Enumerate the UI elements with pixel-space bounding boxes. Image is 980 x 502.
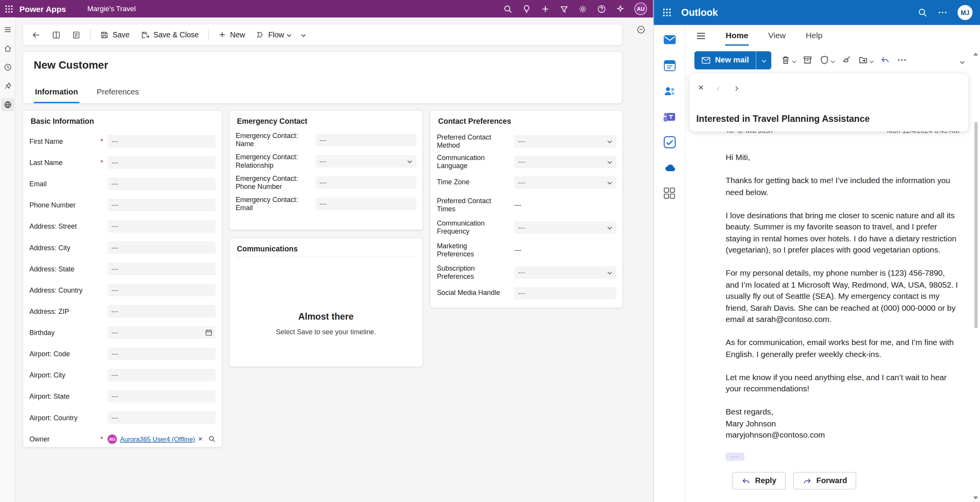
section-communications: Communications Almost there Select Save … xyxy=(229,238,423,367)
search-records-icon[interactable] xyxy=(208,435,215,442)
lookup-field[interactable]: AUAurora365 User4 (Offline)× xyxy=(108,433,216,445)
recent-clock-icon[interactable] xyxy=(1,61,14,74)
next-message-icon[interactable] xyxy=(734,83,737,92)
copilot-sparkle-icon[interactable] xyxy=(616,4,625,13)
menu-hamburger-icon[interactable] xyxy=(1,23,14,36)
tab-preferences[interactable]: Preferences xyxy=(96,82,140,103)
side-pane-toggle-icon[interactable] xyxy=(636,25,645,34)
date-input[interactable]: --- xyxy=(108,326,216,339)
account-avatar[interactable]: MJ xyxy=(958,5,973,20)
forward-button[interactable]: Forward xyxy=(793,472,856,489)
reply-button[interactable]: Reply xyxy=(732,472,786,489)
people-icon[interactable] xyxy=(662,84,676,98)
waffle-icon[interactable] xyxy=(5,5,13,13)
dropdown[interactable]: --- xyxy=(514,266,616,278)
text-input[interactable]: --- xyxy=(108,199,216,211)
home-icon[interactable] xyxy=(1,42,14,55)
previous-message-icon[interactable] xyxy=(718,83,721,92)
text-input[interactable]: --- xyxy=(108,369,216,381)
text-input[interactable]: --- xyxy=(108,135,216,147)
mail-icon[interactable] xyxy=(662,32,676,47)
waffle-icon[interactable] xyxy=(662,8,671,17)
dropdown[interactable]: --- xyxy=(514,135,616,147)
form-icon[interactable] xyxy=(67,27,86,43)
settings-gear-icon[interactable] xyxy=(578,4,587,13)
text-input[interactable]: --- xyxy=(108,305,216,317)
field-label: Emergency Contact: Relationship xyxy=(235,153,316,169)
tab-view[interactable]: View xyxy=(768,26,787,45)
tab-information[interactable]: Information xyxy=(34,82,79,103)
field-label: Airport: Code xyxy=(29,350,108,358)
more-ribbon-button[interactable] xyxy=(897,55,907,65)
text-input[interactable]: --- xyxy=(108,156,216,168)
text-input[interactable]: --- xyxy=(316,197,416,210)
app-title[interactable]: Power Apps xyxy=(19,4,66,13)
chevron-down-icon xyxy=(607,180,612,184)
lightbulb-icon[interactable] xyxy=(522,4,531,13)
app-area-icon[interactable] xyxy=(1,98,14,111)
filter-icon[interactable] xyxy=(560,4,569,13)
search-icon[interactable] xyxy=(503,4,513,13)
hamburger-icon[interactable] xyxy=(696,30,706,41)
more-apps-icon[interactable] xyxy=(662,186,676,200)
save-button[interactable]: Save xyxy=(95,27,135,43)
environment-name[interactable]: Margie's Travel xyxy=(87,5,136,12)
new-mail-button[interactable]: New mail xyxy=(694,51,772,69)
text-input[interactable]: --- xyxy=(108,241,216,254)
move-to-folder-button[interactable] xyxy=(858,55,873,65)
text-input[interactable]: --- xyxy=(514,286,616,299)
text-input[interactable]: --- xyxy=(316,176,416,189)
dropdown[interactable]: --- xyxy=(514,176,616,188)
scrollbar-thumb[interactable] xyxy=(974,122,977,328)
text-input[interactable]: --- xyxy=(108,284,216,296)
text-input[interactable]: --- xyxy=(316,134,416,146)
scroll-up-icon[interactable] xyxy=(973,52,978,56)
text-input[interactable]: --- xyxy=(108,411,216,424)
focused-view-icon[interactable] xyxy=(47,27,66,43)
report-shield-button[interactable] xyxy=(820,55,835,65)
new-record-button[interactable]: New xyxy=(213,27,250,43)
field-label: Preferred Contact Times xyxy=(437,197,514,213)
help-icon[interactable] xyxy=(597,4,606,13)
archive-button[interactable] xyxy=(803,55,813,65)
field-row: Last Name*--- xyxy=(29,152,215,173)
ribbon-collapse-icon[interactable] xyxy=(961,54,964,66)
field-value: --- xyxy=(319,179,326,186)
close-icon[interactable]: × xyxy=(698,83,704,92)
onedrive-icon[interactable] xyxy=(662,161,676,175)
add-icon[interactable] xyxy=(541,4,550,13)
save-and-close-button[interactable]: Save & Close xyxy=(136,27,204,43)
text-input[interactable]: --- xyxy=(108,347,216,360)
search-icon[interactable] xyxy=(918,7,928,17)
more-commands-button[interactable] xyxy=(297,27,310,43)
pinned-pin-icon[interactable] xyxy=(1,79,14,93)
calendar-icon[interactable] xyxy=(662,58,676,72)
back-button[interactable] xyxy=(27,27,46,43)
chevron-down-icon xyxy=(301,32,306,37)
show-trimmed-content-button[interactable]: ··· xyxy=(726,453,745,461)
remove-value-icon[interactable]: × xyxy=(198,435,202,442)
text-input[interactable]: --- xyxy=(108,220,216,232)
text-input[interactable]: --- xyxy=(108,177,216,190)
teams-icon[interactable] xyxy=(662,109,676,124)
tab-home[interactable]: Home xyxy=(725,26,749,45)
delete-button[interactable] xyxy=(781,55,796,65)
scrollbar[interactable] xyxy=(973,52,979,499)
todo-icon[interactable] xyxy=(662,135,676,149)
more-options-icon[interactable] xyxy=(938,7,948,17)
lookup-record-link[interactable]: Aurora365 User4 (Offline) xyxy=(120,435,195,442)
tab-help[interactable]: Help xyxy=(805,26,823,45)
text-input[interactable]: --- xyxy=(108,390,216,403)
quick-reply-button[interactable] xyxy=(880,55,890,65)
flow-button[interactable]: Flow xyxy=(251,27,296,43)
sweep-button[interactable] xyxy=(841,55,851,65)
dropdown[interactable]: --- xyxy=(514,221,616,233)
text-input[interactable]: --- xyxy=(108,263,216,275)
chevron-down-icon xyxy=(831,59,835,63)
field-row: Airport: City--- xyxy=(29,364,215,386)
dropdown[interactable]: --- xyxy=(316,155,416,167)
new-mail-split-chevron[interactable] xyxy=(756,51,772,69)
account-avatar[interactable]: AU xyxy=(634,2,647,15)
scroll-down-icon[interactable] xyxy=(973,496,978,499)
dropdown[interactable]: --- xyxy=(514,155,616,168)
